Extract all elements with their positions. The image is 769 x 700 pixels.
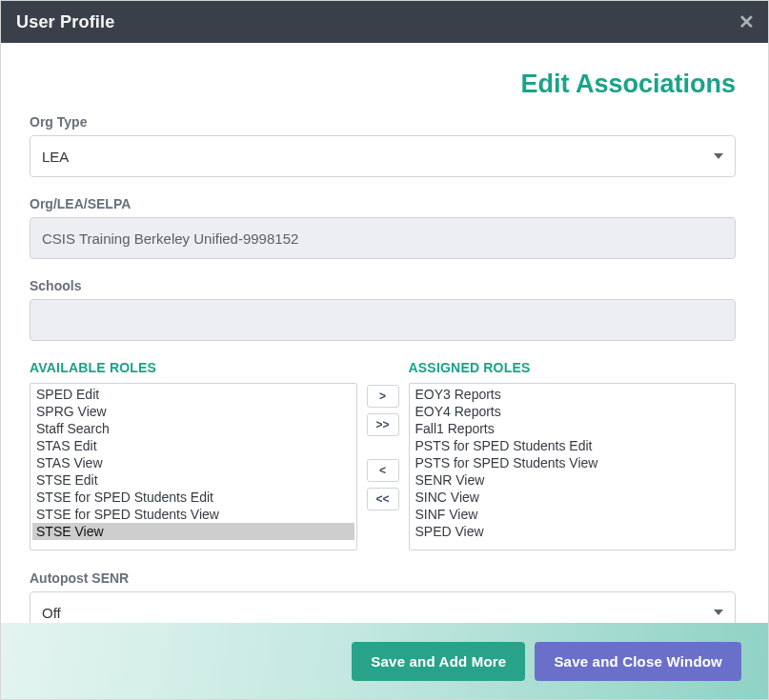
chevron-down-icon	[714, 153, 723, 159]
save-and-close-window-button[interactable]: Save and Close Window	[535, 642, 741, 681]
org-type-group: Org Type LEA	[30, 114, 736, 177]
modal-body: Edit Associations Org Type LEA Org/LEA/S…	[1, 43, 768, 623]
list-item[interactable]: STSE for SPED Students Edit	[32, 489, 354, 506]
list-item[interactable]: SINF View	[412, 506, 734, 523]
org-lea-label: Org/LEA/SELPA	[30, 196, 736, 211]
org-lea-group: Org/LEA/SELPA CSIS Training Berkeley Uni…	[30, 196, 736, 259]
assigned-roles-col: ASSIGNED ROLES EOY3 ReportsEOY4 ReportsF…	[409, 360, 737, 551]
user-profile-modal: User Profile ✕ Edit Associations Org Typ…	[0, 0, 769, 700]
list-item[interactable]: STAS Edit	[32, 437, 354, 454]
roles-section: AVAILABLE ROLES SPED EditSPRG ViewStaff …	[30, 360, 736, 551]
org-type-label: Org Type	[30, 114, 736, 130]
org-type-value: LEA	[42, 149, 69, 165]
list-item[interactable]: SINC View	[412, 489, 734, 506]
schools-label: Schools	[30, 278, 736, 293]
remove-all-button[interactable]: <<	[367, 488, 399, 510]
available-roles-list[interactable]: SPED EditSPRG ViewStaff SearchSTAS EditS…	[30, 383, 357, 550]
modal-title: User Profile	[16, 12, 114, 32]
list-item[interactable]: Staff Search	[32, 420, 354, 437]
available-roles-col: AVAILABLE ROLES SPED EditSPRG ViewStaff …	[30, 360, 357, 551]
modal-footer: Save and Add More Save and Close Window	[1, 623, 768, 699]
autopost-value: Off	[42, 605, 61, 621]
org-lea-field: CSIS Training Berkeley Unified-9998152	[30, 217, 736, 259]
add-all-button[interactable]: >>	[367, 413, 399, 436]
autopost-label: Autopost SENR	[30, 570, 736, 586]
org-lea-value: CSIS Training Berkeley Unified-9998152	[42, 230, 298, 247]
list-item[interactable]: PSTS for SPED Students Edit	[412, 437, 734, 454]
list-item[interactable]: SPED View	[412, 523, 734, 540]
list-item[interactable]: EOY4 Reports	[412, 403, 734, 420]
list-item[interactable]: STAS View	[32, 454, 354, 471]
list-item[interactable]: SPED Edit	[32, 386, 354, 403]
list-item[interactable]: EOY3 Reports	[412, 386, 734, 403]
move-buttons: > >> < <<	[367, 385, 399, 510]
close-icon[interactable]: ✕	[739, 12, 755, 31]
assigned-roles-heading: ASSIGNED ROLES	[409, 360, 737, 375]
page-title: Edit Associations	[30, 70, 736, 99]
list-item[interactable]: STSE View	[32, 523, 354, 540]
available-roles-heading: AVAILABLE ROLES	[30, 360, 357, 375]
save-and-add-more-button[interactable]: Save and Add More	[352, 642, 525, 681]
autopost-select[interactable]: Off	[30, 591, 736, 623]
modal-header: User Profile ✕	[1, 1, 768, 43]
list-item[interactable]: SPRG View	[32, 403, 354, 420]
list-item[interactable]: Fall1 Reports	[412, 420, 734, 437]
list-item[interactable]: SENR View	[412, 471, 734, 489]
list-item[interactable]: STSE for SPED Students View	[32, 506, 354, 523]
assigned-roles-list[interactable]: EOY3 ReportsEOY4 ReportsFall1 ReportsPST…	[409, 383, 737, 550]
list-item[interactable]: PSTS for SPED Students View	[412, 454, 734, 471]
list-item[interactable]: STSE Edit	[32, 471, 354, 489]
chevron-down-icon	[714, 610, 723, 615]
add-selected-button[interactable]: >	[367, 385, 399, 408]
remove-selected-button[interactable]: <	[367, 459, 399, 482]
schools-field[interactable]	[30, 299, 736, 341]
org-type-select[interactable]: LEA	[30, 135, 736, 177]
autopost-group: Autopost SENR Off	[30, 570, 736, 623]
schools-group: Schools	[30, 278, 736, 341]
